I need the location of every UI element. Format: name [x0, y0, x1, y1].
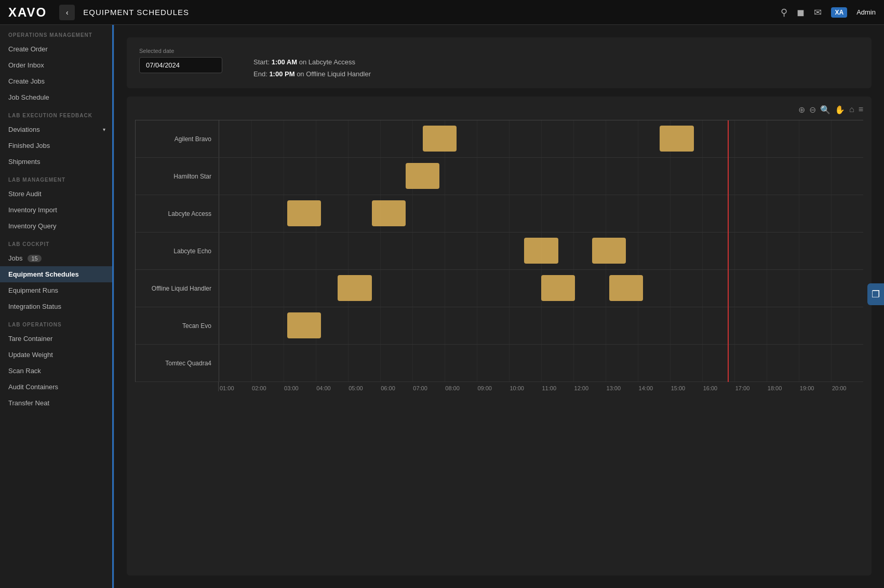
sidebar-item-label: Audit Containers — [8, 383, 58, 391]
gantt-row: Hamilton Star — [136, 158, 863, 195]
chart-panel: ⊕ ⊖ 🔍 ✋ ⌂ ≡ Agilent BravoHamilton StarLa… — [127, 97, 872, 576]
task-block[interactable] — [287, 200, 321, 226]
gantt-row: Agilent Bravo — [136, 120, 863, 158]
sidebar-item-deviations[interactable]: Deviations▾ — [0, 121, 114, 138]
chevron-down-icon: ▾ — [103, 127, 105, 132]
date-label: Selected date — [139, 48, 222, 54]
task-block[interactable] — [338, 275, 371, 301]
sidebar-section-lab-operations: LAB OPERATIONS — [0, 314, 114, 331]
sidebar-item-label: Shipments — [8, 158, 40, 166]
time-tick: 03:00 — [283, 385, 315, 391]
zoom-in-icon[interactable]: ⊕ — [798, 105, 805, 115]
sidebar-section-lab-execution-feedback: LAB EXECUTION FEEDBACK — [0, 105, 114, 121]
gantt-time-axis: 01:0002:0003:0004:0005:0006:0007:0008:00… — [218, 382, 863, 391]
gantt-row: Tomtec Quadra4 — [136, 345, 863, 382]
sidebar-item-inventory-query[interactable]: Inventory Query — [0, 218, 114, 234]
sidebar-item-label: Store Audit — [8, 190, 42, 198]
task-block[interactable] — [541, 275, 575, 301]
zoom-out-icon[interactable]: ⊖ — [809, 105, 816, 115]
gantt-row: Labcyte Echo — [136, 233, 863, 270]
task-block[interactable] — [660, 126, 693, 152]
sidebar-item-audit-containers[interactable]: Audit Containers — [0, 379, 114, 395]
sidebar-item-create-order[interactable]: Create Order — [0, 41, 114, 57]
sidebar-item-label: Transfer Neat — [8, 399, 49, 407]
search-icon[interactable]: ⚲ — [781, 7, 787, 18]
monitor-icon[interactable]: ◼ — [797, 7, 805, 18]
task-block[interactable] — [287, 312, 321, 338]
time-tick: 07:00 — [412, 385, 444, 391]
gantt-row-track — [219, 233, 863, 269]
task-block[interactable] — [592, 238, 626, 264]
time-tick: 14:00 — [638, 385, 670, 391]
sidebar-item-transfer-neat[interactable]: Transfer Neat — [0, 395, 114, 411]
schedule-info: Start: 1:00 AM on Labcyte Access End: 1:… — [253, 48, 371, 78]
sidebar-item-integration-status[interactable]: Integration Status — [0, 298, 114, 314]
time-tick: 20:00 — [831, 385, 863, 391]
info-panel: Selected date Start: 1:00 AM on Labcyte … — [127, 37, 872, 88]
main-content: Selected date Start: 1:00 AM on Labcyte … — [114, 25, 884, 588]
time-tick: 15:00 — [670, 385, 702, 391]
gantt-row-label: Agilent Bravo — [136, 135, 219, 143]
current-time-line — [728, 120, 729, 382]
hand-tool-icon[interactable]: ✋ — [835, 105, 845, 115]
sidebar-section-operations-management: OPERATIONS MANAGEMENT — [0, 25, 114, 41]
task-block[interactable] — [372, 200, 406, 226]
home-icon[interactable]: ⌂ — [849, 105, 854, 115]
date-input[interactable] — [139, 57, 222, 73]
search-chart-icon[interactable]: 🔍 — [820, 105, 831, 115]
sidebar-item-finished-jobs[interactable]: Finished Jobs — [0, 138, 114, 154]
sidebar-item-create-jobs[interactable]: Create Jobs — [0, 73, 114, 89]
time-tick: 09:00 — [476, 385, 508, 391]
sidebar-item-shipments[interactable]: Shipments — [0, 154, 114, 170]
sidebar-item-inventory-import[interactable]: Inventory Import — [0, 202, 114, 218]
sidebar-item-label: Integration Status — [8, 303, 61, 310]
user-name: Admin — [856, 8, 876, 16]
sidebar-item-label: Jobs — [8, 254, 22, 262]
time-tick: 01:00 — [219, 385, 251, 391]
task-block[interactable] — [423, 126, 457, 152]
sidebar-item-job-schedule[interactable]: Job Schedule — [0, 89, 114, 105]
sidebar-item-order-inbox[interactable]: Order Inbox — [0, 57, 114, 73]
chart-toolbar: ⊕ ⊖ 🔍 ✋ ⌂ ≡ — [135, 105, 863, 115]
sidebar-item-label: Finished Jobs — [8, 142, 50, 149]
sidebar-section-lab-cockpit: LAB COCKPIT — [0, 234, 114, 250]
time-tick: 05:00 — [347, 385, 380, 391]
topbar-icons: ⚲ ◼ ✉ XA Admin — [781, 7, 876, 18]
gantt-row-track — [219, 270, 863, 307]
gantt-row-track — [219, 158, 863, 195]
sidebar-item-jobs[interactable]: Jobs15 — [0, 250, 114, 266]
task-block[interactable] — [609, 275, 643, 301]
sidebar-item-label: Scan Rack — [8, 367, 41, 375]
sidebar-item-label: Update Weight — [8, 351, 53, 359]
task-block[interactable] — [524, 238, 558, 264]
sidebar-item-label: Create Jobs — [8, 77, 45, 85]
menu-icon[interactable]: ≡ — [859, 105, 863, 115]
topbar: xavo ‹ EQUIPMENT SCHEDULES ⚲ ◼ ✉ XA Admi… — [0, 0, 884, 25]
date-section: Selected date — [139, 48, 222, 73]
time-tick: 16:00 — [702, 385, 734, 391]
sidebar-item-label: Tare Container — [8, 335, 52, 343]
sidebar-item-label: Create Order — [8, 45, 48, 53]
time-tick: 08:00 — [444, 385, 476, 391]
sidebar-item-label: Order Inbox — [8, 61, 44, 69]
sidebar-item-update-weight[interactable]: Update Weight — [0, 347, 114, 363]
task-block[interactable] — [406, 163, 439, 189]
back-button[interactable]: ‹ — [59, 5, 75, 20]
start-info: Start: 1:00 AM on Labcyte Access — [253, 58, 371, 66]
user-avatar: XA — [831, 7, 847, 18]
gantt-row-track — [219, 195, 863, 232]
sidebar-item-tare-container[interactable]: Tare Container — [0, 331, 114, 347]
gantt-row-label: Tomtec Quadra4 — [136, 360, 219, 367]
gantt-row-label: Offline Liquid Handler — [136, 285, 219, 292]
page-title: EQUIPMENT SCHEDULES — [83, 8, 772, 17]
bell-icon[interactable]: ✉ — [814, 7, 822, 18]
time-tick: 04:00 — [315, 385, 347, 391]
layout: OPERATIONS MANAGEMENTCreate OrderOrder I… — [0, 25, 884, 588]
app-logo: xavo — [8, 5, 47, 20]
sidebar-item-equipment-runs[interactable]: Equipment Runs — [0, 282, 114, 298]
sidebar-item-scan-rack[interactable]: Scan Rack — [0, 363, 114, 379]
time-tick: 11:00 — [541, 385, 573, 391]
sidebar-item-store-audit[interactable]: Store Audit — [0, 186, 114, 202]
float-action-button[interactable]: ❐ — [867, 283, 884, 305]
sidebar-item-equipment-schedules[interactable]: Equipment Schedules — [0, 266, 114, 282]
